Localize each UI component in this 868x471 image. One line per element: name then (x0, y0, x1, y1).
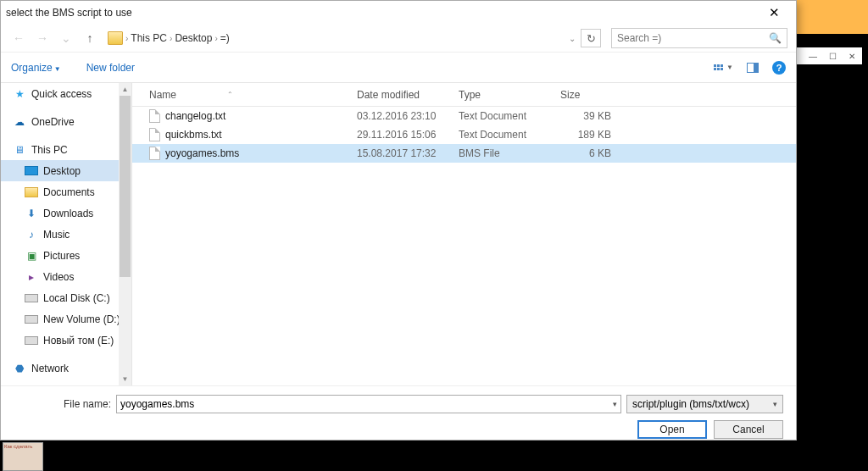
back-button[interactable]: ← (9, 29, 28, 47)
filename-dropdown-icon[interactable]: ▾ (613, 400, 617, 408)
open-button[interactable]: Open (637, 420, 707, 439)
organize-button[interactable]: Organize▼ (11, 62, 61, 74)
refresh-button[interactable]: ↻ (581, 29, 601, 47)
folder-icon (108, 31, 123, 45)
tree-videos[interactable]: ▸Videos (1, 266, 131, 287)
view-options-button[interactable]: ▼ (714, 64, 733, 71)
file-icon (149, 147, 160, 160)
tree-network[interactable]: ⬣Network (1, 357, 131, 379)
help-button[interactable]: ? (772, 61, 786, 75)
tree-documents[interactable]: Documents (1, 181, 131, 202)
scroll-thumb[interactable] (120, 96, 131, 277)
file-list: Name⌃ Date modified Type Size changelog.… (132, 83, 796, 385)
bg-close-icon[interactable]: ✕ (849, 52, 855, 61)
navigation-tree: ★Quick access ☁OneDrive 🖥This PC Desktop… (1, 83, 132, 385)
filter-dropdown-icon[interactable]: ▾ (773, 400, 777, 408)
file-icon (149, 128, 160, 141)
file-date: 03.12.2016 23:10 (348, 110, 450, 122)
recent-dropdown[interactable]: ⌄ (57, 29, 75, 47)
tree-new-volume[interactable]: New Volume (D:) (1, 308, 131, 330)
preview-pane-button[interactable] (747, 63, 759, 73)
tree-downloads[interactable]: ⬇Downloads (1, 202, 131, 224)
tree-music[interactable]: ♪Music (1, 224, 131, 245)
cancel-button[interactable]: Cancel (714, 420, 783, 439)
tree-desktop[interactable]: Desktop (1, 160, 131, 181)
col-type[interactable]: Type (450, 83, 552, 106)
col-size[interactable]: Size (552, 83, 620, 106)
file-name: yoyogames.bms (165, 147, 348, 159)
forward-button[interactable]: → (33, 29, 52, 47)
file-row[interactable]: changelog.txt03.12.2016 23:10Text Docume… (132, 107, 796, 125)
scroll-down-icon[interactable]: ▼ (119, 373, 131, 385)
bg-min-icon[interactable]: — (809, 52, 817, 61)
file-name: changelog.txt (165, 110, 348, 122)
file-icon (149, 109, 160, 123)
background-window-controls: — ☐ ✕ (794, 47, 862, 64)
toolbar: Organize▼ New folder ▼ ? (1, 52, 796, 82)
col-date[interactable]: Date modified (348, 83, 450, 106)
window-title: select the BMS script to use (6, 7, 757, 19)
tree-novy-tom[interactable]: Новый том (E:) (1, 330, 131, 351)
titlebar: select the BMS script to use ✕ (1, 1, 796, 25)
file-name: quickbms.txt (165, 129, 348, 141)
search-box[interactable]: 🔍 (611, 28, 787, 48)
tree-this-pc[interactable]: 🖥This PC (1, 139, 131, 160)
tree-scrollbar[interactable]: ▲ ▼ (119, 83, 131, 385)
tree-quick-access[interactable]: ★Quick access (1, 83, 131, 104)
taskbar-thumbnail[interactable]: Как сделать (3, 442, 43, 471)
file-size: 6 KB (552, 147, 620, 159)
file-type: BMS File (450, 147, 552, 159)
new-folder-button[interactable]: New folder (86, 62, 135, 74)
tree-pictures[interactable]: ▣Pictures (1, 245, 131, 266)
file-size: 39 KB (552, 110, 620, 122)
file-size: 189 KB (552, 129, 620, 141)
address-dropdown-icon[interactable]: ⌄ (569, 34, 576, 43)
crumb-desktop[interactable]: Desktop (175, 32, 212, 44)
breadcrumb[interactable]: › This PC › Desktop › =) (104, 29, 233, 47)
tree-local-disk[interactable]: Local Disk (C:) (1, 287, 131, 308)
scroll-up-icon[interactable]: ▲ (119, 83, 131, 96)
column-headers: Name⌃ Date modified Type Size (132, 83, 796, 107)
sort-asc-icon: ⌃ (227, 91, 233, 98)
tree-onedrive[interactable]: ☁OneDrive (1, 111, 131, 132)
bg-max-icon[interactable]: ☐ (829, 52, 837, 61)
file-row[interactable]: quickbms.txt29.11.2016 15:06Text Documen… (132, 125, 796, 144)
file-date: 15.08.2017 17:32 (348, 147, 450, 159)
dialog-footer: File name: yoyogames.bms ▾ script/plugin… (1, 385, 796, 443)
filetype-filter[interactable]: script/plugin (bms/txt/wcx) ▾ (626, 395, 783, 413)
file-row[interactable]: yoyogames.bms15.08.2017 17:32BMS File6 K… (132, 144, 796, 163)
file-type: Text Document (450, 129, 552, 141)
file-open-dialog: select the BMS script to use ✕ ← → ⌄ ↑ ›… (0, 0, 797, 441)
navigation-bar: ← → ⌄ ↑ › This PC › Desktop › =) ⌄ ↻ 🔍 (1, 25, 796, 52)
up-button[interactable]: ↑ (81, 29, 99, 47)
close-button[interactable]: ✕ (757, 5, 791, 20)
crumb-folder[interactable]: =) (220, 32, 230, 44)
search-input[interactable] (617, 32, 769, 44)
file-type: Text Document (450, 110, 552, 122)
filename-label: File name: (60, 398, 111, 410)
file-date: 29.11.2016 15:06 (348, 129, 450, 141)
filename-input[interactable]: yoyogames.bms ▾ (116, 395, 621, 413)
crumb-this-pc[interactable]: This PC (131, 32, 167, 44)
search-icon: 🔍 (769, 32, 782, 44)
col-name[interactable]: Name⌃ (132, 83, 348, 106)
